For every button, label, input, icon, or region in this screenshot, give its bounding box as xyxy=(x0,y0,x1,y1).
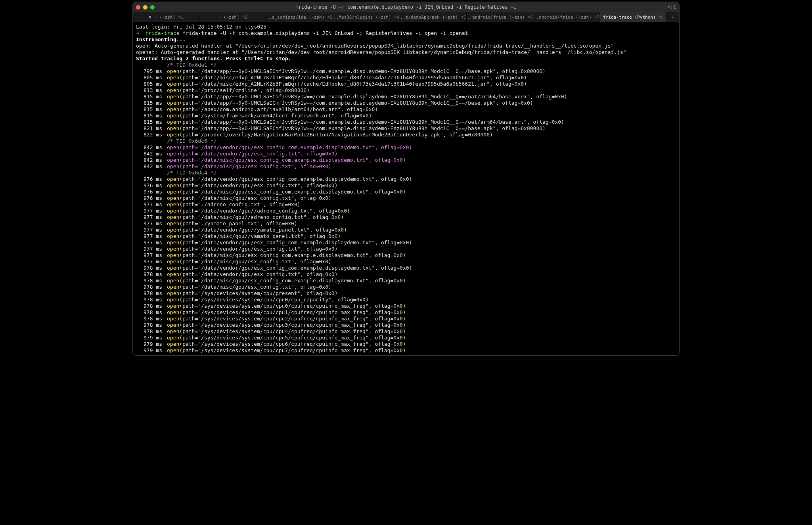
terminal-line: 978 msopen(path="/data/vendor/gpu/esx_co… xyxy=(136,265,676,271)
terminal-line: 977 msopen(path="/data/misc/gpu/esx_conf… xyxy=(136,252,676,259)
tab[interactable]: ..android/frida (-zsh)⌘7 xyxy=(533,12,600,22)
terminal-line: 978 msopen(path="/data/misc/gpu/esx_conf… xyxy=(136,284,676,290)
terminal-line: 978 msopen(path="/sys/devices/system/cpu… xyxy=(136,322,676,328)
terminal-line: 842 msopen(path="/data/misc/gpu/esx_conf… xyxy=(136,157,676,163)
tab-label: ..MacOS/plugins (-zsh) xyxy=(333,15,391,20)
tab-label: ~ (-zsh) xyxy=(218,15,239,20)
terminal-line: 977 msopen(path="/data/vendor/gpu//adren… xyxy=(136,208,676,214)
terminal-line: 822 msopen(path="/product/overlay/Naviga… xyxy=(136,132,676,138)
tab-shortcut: ⌘6 xyxy=(528,15,532,19)
terminal-line: /* TID 0x6dc4 */ xyxy=(136,170,676,176)
tab[interactable]: ~ (-zsh)⌘2 xyxy=(199,12,266,22)
tab[interactable]: ~ (-zsh)⌘1 xyxy=(133,12,199,22)
tab-label: ..e_scripts/ida (-zsh) xyxy=(267,15,325,20)
tab-label: ~ (-zsh) xyxy=(154,15,175,20)
terminal-line: 977 msopen(path="./adreno_config.txt", o… xyxy=(136,201,676,208)
terminal-line: 976 msopen(path="/data/vendor/gpu/esx_co… xyxy=(136,182,676,189)
terminal-line: 976 msopen(path="/data/misc/gpu/esx_conf… xyxy=(136,195,676,201)
terminal-line: 977 msopen(path="/data/vendor/gpu/esx_co… xyxy=(136,240,676,246)
terminal-line: 978 msopen(path="/sys/devices/system/cpu… xyxy=(136,303,676,309)
terminal-line: 978 msopen(path="/data/misc/gpu/esx_conf… xyxy=(136,278,676,284)
terminal-line: 976 msopen(path="/data/vendor/gpu/esx_co… xyxy=(136,176,676,182)
terminal-line: 815 msopen(path="/data/app/~~0y0-UMCLSaE… xyxy=(136,100,676,106)
tab-shortcut: ⌘7 xyxy=(595,15,599,19)
terminal-line: Started tracing 2 functions. Press Ctrl+… xyxy=(136,56,676,62)
terminal-line: 977 msopen(path="/data/vendor/gpu//yamat… xyxy=(136,227,676,233)
terminal-line: 979 msopen(path="/sys/devices/system/cpu… xyxy=(136,341,676,347)
terminal-line: 805 msopen(path="/data/misc/edxp_A2NLrKZ… xyxy=(136,75,676,81)
terminal-line: 977 msopen(path="/data/misc/gpu/esx_conf… xyxy=(136,259,676,265)
terminal-line: 978 msopen(path="/sys/devices/system/cpu… xyxy=(136,290,676,297)
terminal-line: 815 msopen(path="/system/framework/arm64… xyxy=(136,113,676,119)
terminal-line: Instrumenting... xyxy=(136,36,676,43)
terminal-line: open: Auto-generated handler at "/Users/… xyxy=(136,43,676,49)
terminal-output[interactable]: Last login: Fri Jul 28 15:05:12 on ttys0… xyxy=(133,22,679,355)
terminal-line: /* TID 0x6da1 */ xyxy=(136,62,676,68)
terminal-line: 979 msopen(path="/sys/devices/system/cpu… xyxy=(136,347,676,354)
terminal-line: openat: Auto-generated handler at "/User… xyxy=(136,49,676,56)
tab[interactable]: ..e_scripts/ida (-zsh)⌘3 xyxy=(266,12,333,22)
terminal-line: 978 msopen(path="/sys/devices/system/cpu… xyxy=(136,316,676,322)
tab-shortcut: ⌘5 xyxy=(461,15,466,19)
terminal-line: 813 msopen(path="/proc/self/cmdline", of… xyxy=(136,87,676,94)
terminal-line: ➜ frida-trace frida-trace -U -f com.exam… xyxy=(136,30,676,36)
traffic-lights xyxy=(136,5,155,10)
titlebar: frida-trace -U -f com.example.displaydem… xyxy=(133,2,679,12)
terminal-line: 815 msopen(path="/data/app/~~0y0-UMCLSaE… xyxy=(136,119,676,125)
terminal-line: 805 msopen(path="/data/misc/edxp_A2NLrKZ… xyxy=(136,81,676,87)
tab[interactable]: ..android/frida (-zsh)⌘6 xyxy=(467,12,533,22)
terminal-window: frida-trace -U -f com.example.displaydem… xyxy=(132,2,680,356)
terminal-line: 977 msopen(path="/data/vendor/gpu/esx_co… xyxy=(136,246,676,252)
activity-dot-icon xyxy=(149,16,151,18)
terminal-line: Last login: Fri Jul 28 15:05:12 on ttys0… xyxy=(136,24,676,30)
tab[interactable]: ..t/demoApk/apk (-zsh)⌘5 xyxy=(400,12,467,22)
tab-label: ..android/frida (-zsh) xyxy=(534,15,592,20)
tab-shortcut: ⌘2 xyxy=(243,15,247,19)
window-shortcut: ⌘⇧1 xyxy=(667,4,676,10)
terminal-line: 978 msopen(path="/sys/devices/system/cpu… xyxy=(136,297,676,303)
tab-shortcut: ⌘8 xyxy=(659,15,664,19)
terminal-line: 815 msopen(path="/data/app/~~0y0-UMCLSaE… xyxy=(136,94,676,100)
terminal-line: 978 msopen(path="/sys/devices/system/cpu… xyxy=(136,328,676,335)
zoom-icon[interactable] xyxy=(150,5,155,10)
terminal-line: 979 msopen(path="/sys/devices/system/cpu… xyxy=(136,335,676,341)
terminal-line: /* TID 0x6dc6 */ xyxy=(136,138,676,144)
window-title: frida-trace -U -f com.example.displaydem… xyxy=(296,4,516,10)
terminal-line: 977 msopen(path="/data/misc/gpu//yamato_… xyxy=(136,233,676,240)
tab-shortcut: ⌘1 xyxy=(178,15,183,19)
terminal-line: 821 msopen(path="/data/app/~~0y0-UMCLSaE… xyxy=(136,125,676,132)
terminal-line: 842 msopen(path="/data/vendor/gpu/esx_co… xyxy=(136,151,676,157)
tab-label: frida-trace (Python) xyxy=(603,15,655,20)
tab[interactable]: frida-trace (Python)⌘8 xyxy=(600,12,667,22)
tab-shortcut: ⌘4 xyxy=(395,15,399,19)
tab-shortcut: ⌘3 xyxy=(327,15,332,19)
tab[interactable]: ..MacOS/plugins (-zsh)⌘4 xyxy=(333,12,400,22)
minimize-icon[interactable] xyxy=(143,5,147,10)
tab-label: ..android/frida (-zsh) xyxy=(467,15,525,20)
close-icon[interactable] xyxy=(136,5,140,10)
tab-label: ..t/demoApk/apk (-zsh) xyxy=(400,15,458,20)
terminal-line: 815 msopen(path="/apex/com.android.art/j… xyxy=(136,106,676,113)
terminal-line: 978 msopen(path="/data/vendor/gpu/esx_co… xyxy=(136,271,676,278)
terminal-line: 976 msopen(path="/data/misc/gpu/esx_conf… xyxy=(136,189,676,195)
terminal-line: 795 msopen(path="/data/app/~~0y0-UMCLSaE… xyxy=(136,68,676,75)
terminal-line: 978 msopen(path="/sys/devices/system/cpu… xyxy=(136,309,676,316)
terminal-line: 842 msopen(path="/data/misc/gpu/esx_conf… xyxy=(136,163,676,170)
new-tab-button[interactable]: + xyxy=(667,12,679,22)
terminal-line: 977 msopen(path="./yamato_panel.txt", of… xyxy=(136,220,676,227)
terminal-line: 842 msopen(path="/data/vendor/gpu/esx_co… xyxy=(136,144,676,151)
tab-bar: ~ (-zsh)⌘1~ (-zsh)⌘2..e_scripts/ida (-zs… xyxy=(133,12,679,22)
terminal-line: 977 msopen(path="/data/misc/gpu//adreno_… xyxy=(136,214,676,220)
